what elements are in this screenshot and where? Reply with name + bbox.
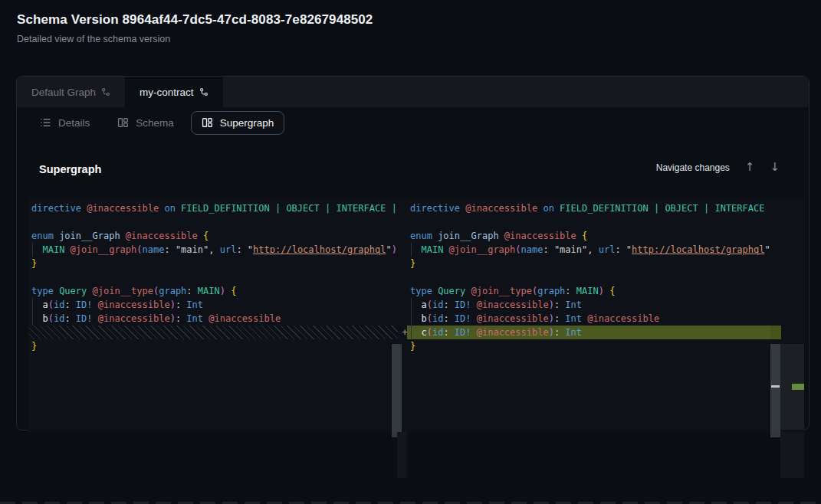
minimap-strip [780, 432, 804, 478]
overview-ruler-added-marker [770, 326, 781, 339]
tab-supergraph[interactable]: Supergraph [191, 111, 285, 135]
diff-editor-modified[interactable]: directive @inaccessible on FIELD_DEFINIT… [407, 198, 770, 432]
tab-default-graph[interactable]: Default Graph [17, 77, 125, 107]
fork-icon [199, 87, 209, 97]
diff-editor-original[interactable]: directive @inaccessible on FIELD_DEFINIT… [28, 198, 402, 432]
scrollbar-change-marker [771, 385, 780, 388]
code-line: directive @inaccessible on FIELD_DEFINIT… [28, 201, 402, 215]
code-line: b(id: ID! @inaccessible): Int @inaccessi… [28, 312, 402, 326]
graph-tabstrip: Default Graph my-contract [17, 77, 809, 107]
code-line [28, 215, 402, 229]
panels-icon [117, 117, 129, 128]
code-line [407, 215, 770, 229]
previous-change-button[interactable]: ↑ [745, 162, 755, 173]
tab-supergraph-label: Supergraph [220, 117, 274, 129]
code-line: type Query @join__type(graph: MAIN) { [28, 284, 402, 298]
code-line: } [407, 257, 770, 270]
tab-my-contract[interactable]: my-contract [125, 77, 223, 107]
scrollbar-left-thumb[interactable] [392, 344, 402, 437]
code-line [28, 270, 402, 284]
code-line: directive @inaccessible on FIELD_DEFINIT… [407, 201, 770, 215]
tab-default-graph-label: Default Graph [31, 87, 96, 98]
scrollbar-right-thumb[interactable] [770, 344, 780, 437]
fork-icon [101, 87, 110, 97]
minimap-added-marker [792, 384, 804, 390]
page-subtitle: Detailed view of the schema version [17, 34, 373, 44]
supergraph-heading: Supergraph [39, 163, 101, 175]
navigate-changes-label: Navigate changes [656, 162, 730, 173]
list-icon [40, 117, 51, 128]
next-change-button[interactable]: ↓ [770, 162, 780, 173]
code-line: MAIN @join__graph(name: "main", url: "ht… [28, 243, 402, 257]
diff-added-line: c(id: ID! @inaccessible): Int [407, 326, 770, 339]
schema-version-card: Default Graph my-contract [16, 76, 810, 430]
page-title: Schema Version 8964af44-7dc5-47cd-8083-7… [17, 12, 373, 28]
code-line: enum join__Graph @inaccessible { [407, 229, 770, 243]
divider-strip [397, 432, 407, 478]
supergraph-diff-editor: directive @inaccessible on FIELD_DEFINIT… [28, 198, 804, 479]
tab-schema-label: Schema [136, 117, 174, 129]
tab-details[interactable]: Details [29, 111, 100, 135]
page-header: Schema Version 8964af44-7dc5-47cd-8083-7… [17, 12, 373, 44]
navigate-changes: Navigate changes ↑ ↓ [656, 162, 780, 173]
code-line: type Query @join__type(graph: MAIN) { [407, 284, 770, 298]
panels-icon [202, 117, 213, 128]
diff-add-marker: + [400, 326, 409, 339]
code-line: b(id: ID! @inaccessible): Int @inaccessi… [407, 312, 770, 326]
code-line: } [407, 339, 770, 353]
code-line: MAIN @join__graph(name: "main", url: "ht… [407, 243, 770, 257]
diff-placeholder-line [28, 326, 398, 339]
tab-details-label: Details [58, 117, 90, 129]
code-line: } [28, 257, 402, 270]
tab-schema[interactable]: Schema [107, 111, 185, 135]
code-line: enum join__Graph @inaccessible { [28, 229, 402, 243]
view-subtabs: Details Schema Supergraph [17, 107, 809, 138]
code-line [407, 270, 770, 284]
tab-my-contract-label: my-contract [140, 87, 194, 98]
code-line: a(id: ID! @inaccessible): Int [407, 298, 770, 312]
code-line: a(id: ID! @inaccessible): Int [28, 298, 402, 312]
code-line: } [28, 339, 402, 353]
